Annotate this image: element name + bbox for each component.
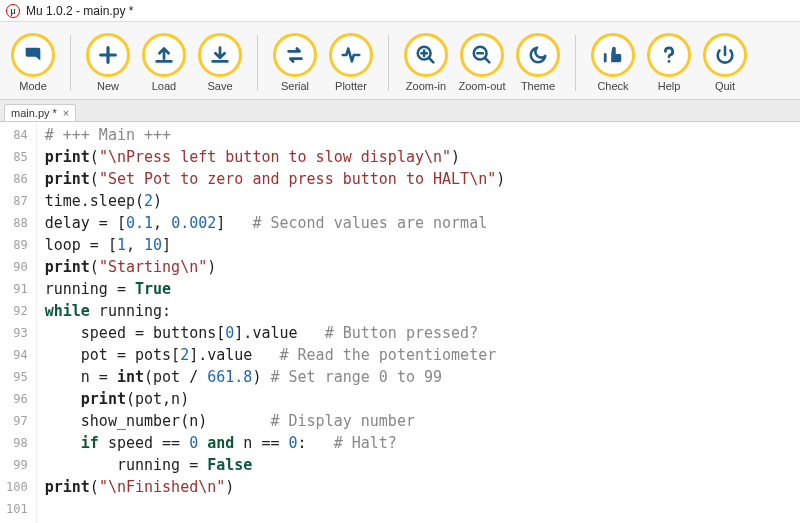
save-label: Save <box>207 80 232 92</box>
code-line[interactable]: loop = [1, 10] <box>45 234 506 256</box>
line-number: 89 <box>6 234 28 256</box>
zoom-out-button[interactable]: Zoom-out <box>455 33 509 92</box>
quit-label: Quit <box>715 80 735 92</box>
line-number: 90 <box>6 256 28 278</box>
line-number: 100 <box>6 476 28 498</box>
help-button[interactable]: Help <box>642 33 696 92</box>
line-number: 85 <box>6 146 28 168</box>
code-line[interactable]: print("Starting\n") <box>45 256 506 278</box>
line-number: 87 <box>6 190 28 212</box>
code-line[interactable]: running = True <box>45 278 506 300</box>
toolbar-separator <box>388 35 389 91</box>
line-number: 84 <box>6 124 28 146</box>
line-number: 88 <box>6 212 28 234</box>
line-number: 92 <box>6 300 28 322</box>
code-editor[interactable]: 84858687888990919293949596979899100101 #… <box>0 122 800 523</box>
toolbar-separator <box>575 35 576 91</box>
line-number: 91 <box>6 278 28 300</box>
code-line[interactable]: print("\nPress left button to slow displ… <box>45 146 506 168</box>
code-line[interactable]: time.sleep(2) <box>45 190 506 212</box>
toolbar-separator <box>257 35 258 91</box>
upload-icon <box>142 33 186 77</box>
file-tab[interactable]: main.py * × <box>4 104 76 121</box>
code-line[interactable]: n = int(pot / 661.8) # Set range 0 to 99 <box>45 366 506 388</box>
zoomin-icon <box>404 33 448 77</box>
svg-point-2 <box>668 60 671 63</box>
theme-label: Theme <box>521 80 555 92</box>
code-line[interactable] <box>45 498 506 520</box>
plus-icon <box>86 33 130 77</box>
serial-label: Serial <box>281 80 309 92</box>
title-bar: μ Mu 1.0.2 - main.py * <box>0 0 800 22</box>
zoom-in-button[interactable]: Zoom-in <box>399 33 453 92</box>
window-title: Mu 1.0.2 - main.py * <box>26 4 133 18</box>
question-icon <box>647 33 691 77</box>
download-icon <box>198 33 242 77</box>
line-number: 93 <box>6 322 28 344</box>
line-number: 94 <box>6 344 28 366</box>
line-number: 99 <box>6 454 28 476</box>
code-line[interactable]: print("\nFinished\n") <box>45 476 506 498</box>
power-icon <box>703 33 747 77</box>
zoomout-icon <box>460 33 504 77</box>
plotter-button[interactable]: Plotter <box>324 33 378 92</box>
close-tab-icon[interactable]: × <box>63 107 69 119</box>
line-number: 86 <box>6 168 28 190</box>
code-line[interactable]: pot = pots[2].value # Read the potentiom… <box>45 344 506 366</box>
tab-label: main.py * <box>11 107 57 119</box>
tab-bar: main.py * × <box>0 100 800 122</box>
save-button[interactable]: Save <box>193 33 247 92</box>
check-label: Check <box>597 80 628 92</box>
code-line[interactable]: delay = [0.1, 0.002] # Second values are… <box>45 212 506 234</box>
line-gutter: 84858687888990919293949596979899100101 <box>0 122 37 523</box>
code-line[interactable]: # +++ Main +++ <box>45 124 506 146</box>
theme-button[interactable]: Theme <box>511 33 565 92</box>
code-line[interactable]: print("Set Pot to zero and press button … <box>45 168 506 190</box>
moon-icon <box>516 33 560 77</box>
app-icon: μ <box>6 4 20 18</box>
swap-icon <box>273 33 317 77</box>
code-line[interactable]: print(pot,n) <box>45 388 506 410</box>
new-button[interactable]: New <box>81 33 135 92</box>
code-area[interactable]: # +++ Main +++print("\nPress left button… <box>37 122 506 523</box>
code-line[interactable]: while running: <box>45 300 506 322</box>
new-label: New <box>97 80 119 92</box>
quit-button[interactable]: Quit <box>698 33 752 92</box>
help-label: Help <box>658 80 681 92</box>
line-number: 97 <box>6 410 28 432</box>
toolbar: ModeNewLoadSaveSerialPlotterZoom-inZoom-… <box>0 22 800 100</box>
zoom-out-label: Zoom-out <box>458 80 505 92</box>
load-button[interactable]: Load <box>137 33 191 92</box>
code-line[interactable]: running = False <box>45 454 506 476</box>
zoom-in-label: Zoom-in <box>406 80 446 92</box>
mode-button[interactable]: Mode <box>6 33 60 92</box>
thumb-icon <box>591 33 635 77</box>
pulse-icon <box>329 33 373 77</box>
mode-icon <box>11 33 55 77</box>
code-line[interactable]: speed = buttons[0].value # Button presse… <box>45 322 506 344</box>
line-number: 101 <box>6 498 28 520</box>
code-line[interactable]: if speed == 0 and n == 0: # Halt? <box>45 432 506 454</box>
mode-label: Mode <box>19 80 47 92</box>
check-button[interactable]: Check <box>586 33 640 92</box>
line-number: 95 <box>6 366 28 388</box>
line-number: 98 <box>6 432 28 454</box>
line-number: 96 <box>6 388 28 410</box>
load-label: Load <box>152 80 176 92</box>
toolbar-separator <box>70 35 71 91</box>
code-line[interactable]: show_number(n) # Display number <box>45 410 506 432</box>
plotter-label: Plotter <box>335 80 367 92</box>
serial-button[interactable]: Serial <box>268 33 322 92</box>
